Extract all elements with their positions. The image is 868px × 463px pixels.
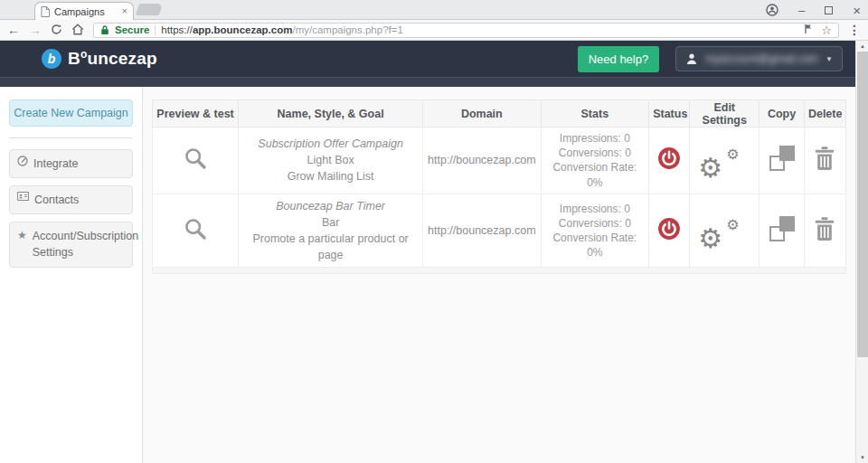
brand-name: Bouncezap	[68, 48, 157, 69]
tab-title: Campaigns	[54, 6, 118, 17]
col-preview-test: Preview & test	[153, 100, 239, 128]
integrate-icon	[17, 156, 28, 166]
sidebar-divider	[9, 137, 133, 138]
content-area: Create New Campaign Integrate Contacts ★…	[0, 87, 855, 463]
campaign-name-cell: Bouncezap Bar Timer Bar Promote a partic…	[239, 194, 423, 268]
col-domain: Domain	[423, 100, 541, 128]
refresh-icon[interactable]	[51, 24, 62, 37]
sidebar-item-label: Integrate	[33, 156, 78, 172]
sidebar: Create New Campaign Integrate Contacts ★…	[0, 87, 143, 463]
bouncezap-logo-icon: b	[42, 49, 61, 69]
preview-magnifier-icon[interactable]	[183, 146, 208, 171]
bookmark-star-icon[interactable]: ☆	[821, 24, 832, 36]
user-account-dropdown[interactable]: myaccount@gmail.com ▼	[675, 46, 843, 71]
omnibox-divider	[155, 24, 156, 35]
sidebar-item-integrate[interactable]: Integrate	[9, 149, 133, 178]
delete-trash-icon[interactable]	[814, 217, 835, 241]
copy-icon[interactable]	[769, 216, 795, 241]
minimize-button[interactable]: –	[798, 5, 805, 16]
back-icon[interactable]: ←	[7, 24, 20, 36]
campaigns-table-container: Preview & test Name, Style, & Goal Domai…	[152, 99, 846, 274]
tab-close-icon[interactable]: ×	[122, 6, 127, 16]
chrome-menu-icon[interactable]: ⋮	[848, 24, 861, 36]
stats-cell: Impressions: 0 Conversions: 0 Conversion…	[541, 128, 649, 194]
sidebar-item-label: Account/Subscription Settings	[33, 228, 138, 260]
preview-magnifier-icon[interactable]	[183, 216, 208, 241]
domain-cell: http://bouncezap.com	[423, 128, 541, 194]
padlock-icon[interactable]	[100, 24, 109, 35]
contacts-icon	[17, 192, 29, 201]
restore-button[interactable]	[825, 6, 833, 14]
page-favicon-icon	[41, 6, 50, 17]
table-footer-strip	[153, 268, 846, 274]
page-scrollbar[interactable]: ▲ ▼	[855, 41, 868, 463]
new-tab-button[interactable]	[136, 4, 163, 15]
stats-cell: Impressions: 0 Conversions: 0 Conversion…	[541, 194, 649, 268]
table-header-row: Preview & test Name, Style, & Goal Domai…	[153, 100, 846, 128]
browser-titlebar: Campaigns × – ×	[0, 0, 868, 20]
campaign-name-cell: Subscription Offer Campaign Light Box Gr…	[239, 128, 423, 194]
url-text[interactable]: https://app.bouncezap.com/my/campaigns.p…	[161, 24, 403, 35]
home-icon[interactable]	[71, 24, 84, 37]
col-stats: Stats	[541, 100, 649, 128]
browser-toolbar: ← → Secure https://app.bouncezap.com/my/…	[0, 20, 868, 41]
copy-icon[interactable]	[769, 146, 795, 171]
sidebar-item-label: Contacts	[34, 192, 79, 208]
secure-label[interactable]: Secure	[115, 24, 149, 35]
sidebar-item-contacts[interactable]: Contacts	[9, 185, 133, 214]
profile-icon[interactable]	[766, 4, 778, 16]
chevron-down-icon: ▼	[826, 55, 833, 63]
col-edit-settings: Edit Settings	[690, 100, 760, 128]
scrollbar-thumb[interactable]	[857, 52, 868, 357]
col-status: Status	[649, 100, 690, 128]
scrollbar-up-icon[interactable]: ▲	[856, 41, 868, 52]
user-email-redacted: myaccount@gmail.com	[705, 52, 818, 65]
close-window-button[interactable]: ×	[853, 4, 861, 17]
scrollbar-down-icon[interactable]: ▼	[856, 452, 868, 463]
status-power-icon[interactable]	[657, 217, 681, 241]
table-row: Subscription Offer Campaign Light Box Gr…	[153, 128, 846, 194]
forward-icon[interactable]: →	[29, 24, 42, 36]
status-power-icon[interactable]	[657, 146, 681, 170]
col-delete: Delete	[804, 100, 845, 128]
omnibox-flag-icon[interactable]	[804, 22, 813, 38]
window-controls: – ×	[766, 0, 861, 20]
campaigns-table: Preview & test Name, Style, & Goal Domai…	[152, 99, 846, 274]
app-navbar: b Bouncezap Need help? myaccount@gmail.c…	[0, 41, 855, 77]
app-subnav-strip	[0, 77, 855, 87]
create-new-campaign-button[interactable]: Create New Campaign	[9, 99, 133, 127]
col-name-style-goal: Name, Style, & Goal	[239, 100, 423, 128]
need-help-button[interactable]: Need help?	[578, 46, 660, 72]
user-icon	[685, 52, 698, 65]
col-copy: Copy	[760, 100, 805, 128]
browser-tab-campaigns[interactable]: Campaigns ×	[34, 2, 134, 20]
domain-cell: http://bouncezap.com	[423, 194, 541, 268]
delete-trash-icon[interactable]	[814, 146, 835, 171]
star-icon: ★	[17, 228, 27, 243]
bouncezap-logo[interactable]: b Bouncezap	[42, 48, 157, 69]
sidebar-item-account-settings[interactable]: ★ Account/Subscription Settings	[9, 222, 133, 267]
address-bar[interactable]: Secure https://app.bouncezap.com/my/camp…	[93, 23, 839, 38]
table-row: Bouncezap Bar Timer Bar Promote a partic…	[153, 194, 846, 268]
